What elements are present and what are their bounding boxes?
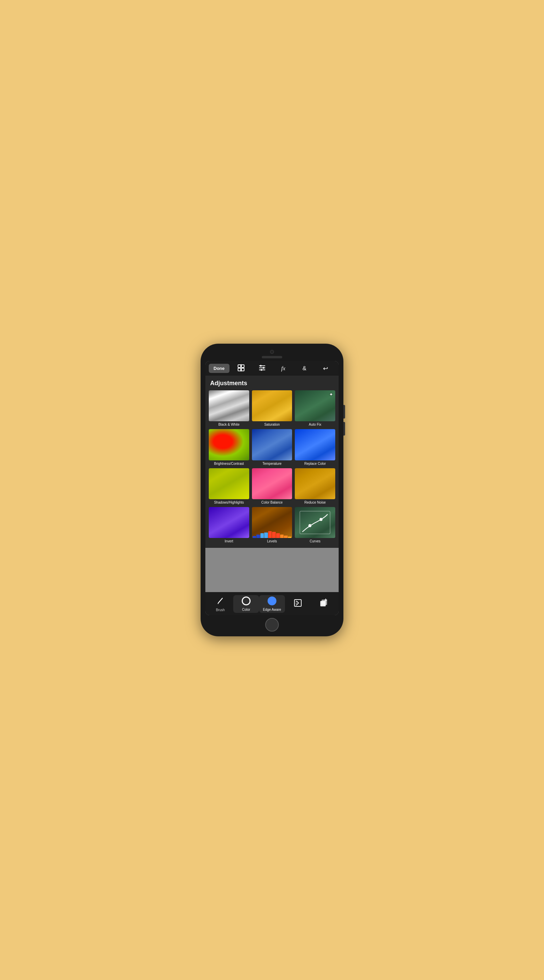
color-balance-label: Color Balance xyxy=(262,501,283,504)
phone-frame: Done xyxy=(201,344,343,636)
svg-rect-2 xyxy=(238,368,241,371)
select-tool-icon[interactable] xyxy=(232,364,251,373)
adjustment-invert[interactable]: Invert xyxy=(209,507,249,543)
edge-aware-icon xyxy=(293,598,302,609)
temperature-label: Temperature xyxy=(262,462,282,466)
invert-label: Invert xyxy=(225,539,233,543)
adjustment-reduce-noise[interactable]: Reduce Noise xyxy=(295,468,335,504)
side-button-top xyxy=(343,405,345,418)
saturation-label: Saturation xyxy=(264,423,280,426)
adjustment-shadows-highlights[interactable]: Shadows/Highlights xyxy=(209,468,249,504)
layers-icon xyxy=(319,598,328,609)
brush-tool[interactable]: Brush xyxy=(208,595,233,613)
color-label: Color xyxy=(242,608,250,611)
color-icon xyxy=(242,597,251,607)
adjustment-saturation[interactable]: Saturation xyxy=(252,390,292,426)
toolbar: Done xyxy=(205,361,339,375)
color-balance-preview xyxy=(252,468,292,499)
adjustment-black-white[interactable]: Black & White xyxy=(209,390,249,426)
brush-label: Brush xyxy=(216,608,225,612)
shadows-highlights-label: Shadows/Highlights xyxy=(214,501,244,504)
replace-color-label: Replace Color xyxy=(304,462,326,466)
shadows-highlights-preview xyxy=(209,468,249,499)
invert-preview xyxy=(209,507,249,538)
blend-tool-icon[interactable]: & xyxy=(295,365,314,372)
adjustment-replace-color[interactable]: Replace Color xyxy=(295,429,335,465)
svg-point-14 xyxy=(320,518,323,521)
content-area xyxy=(205,548,339,592)
layers-tool[interactable] xyxy=(311,597,336,611)
edge-aware-tool[interactable] xyxy=(285,597,311,611)
done-button[interactable]: Done xyxy=(209,364,230,373)
adjustment-brightness-contrast[interactable]: Brightness/Contrast xyxy=(209,429,249,465)
replace-color-preview xyxy=(295,429,335,460)
color-active-label: Edge Aware xyxy=(263,608,281,611)
brush-icon xyxy=(216,596,225,607)
svg-rect-17 xyxy=(322,600,327,605)
auto-fix-label: Auto Fix xyxy=(309,423,321,426)
side-button-mid xyxy=(343,422,345,436)
undo-icon[interactable]: ↩ xyxy=(316,365,335,372)
home-button[interactable] xyxy=(265,618,279,632)
auto-fix-preview: ✦ xyxy=(295,390,335,421)
phone-speaker xyxy=(262,356,282,358)
black-white-label: Black & White xyxy=(218,423,239,426)
curves-label: Curves xyxy=(310,539,320,543)
bottom-bar: Brush Color Edge Aware xyxy=(205,592,339,615)
saturation-preview xyxy=(252,390,292,421)
color-active-tool[interactable]: Edge Aware xyxy=(259,595,285,613)
adjustments-grid: Black & White Saturation ✦ Auto Fix xyxy=(209,390,335,543)
temperature-preview xyxy=(252,429,292,460)
phone-screen: Done xyxy=(205,361,339,615)
svg-rect-3 xyxy=(241,368,244,371)
curves-preview xyxy=(295,507,335,538)
black-white-preview xyxy=(209,390,249,421)
adjustment-temperature[interactable]: Temperature xyxy=(252,429,292,465)
color-tool[interactable]: Color xyxy=(233,595,259,613)
svg-rect-0 xyxy=(238,365,241,368)
svg-rect-15 xyxy=(295,600,301,606)
reduce-noise-preview xyxy=(295,468,335,499)
adjustment-auto-fix[interactable]: ✦ Auto Fix xyxy=(295,390,335,426)
svg-point-7 xyxy=(260,365,262,366)
svg-rect-1 xyxy=(241,365,244,368)
svg-point-13 xyxy=(308,524,311,527)
levels-label: Levels xyxy=(267,539,277,543)
color-filled-icon xyxy=(268,597,276,607)
fx-tool-icon[interactable]: fx xyxy=(274,365,293,372)
svg-point-11 xyxy=(260,369,262,371)
brightness-contrast-preview xyxy=(209,429,249,460)
adjustments-panel: Adjustments Black & White Saturation xyxy=(205,375,339,548)
adjustment-color-balance[interactable]: Color Balance xyxy=(252,468,292,504)
adjustments-title: Adjustments xyxy=(209,380,335,387)
reduce-noise-label: Reduce Noise xyxy=(304,501,326,504)
phone-camera xyxy=(270,350,274,354)
levels-preview xyxy=(252,507,292,538)
adjustment-curves[interactable]: Curves xyxy=(295,507,335,543)
adjustment-levels[interactable]: Levels xyxy=(252,507,292,543)
svg-point-9 xyxy=(262,367,264,369)
adjustments-tool-icon[interactable] xyxy=(253,364,272,373)
brightness-contrast-label: Brightness/Contrast xyxy=(214,462,244,466)
